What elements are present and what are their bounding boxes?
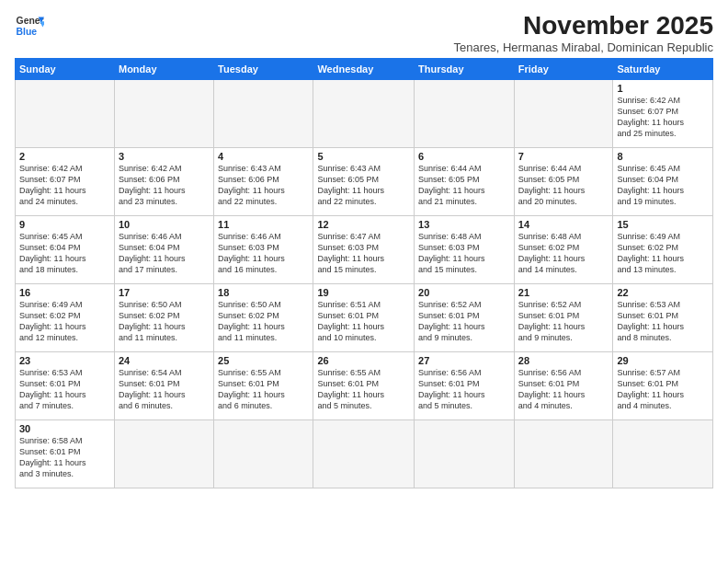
calendar-cell: 19Sunrise: 6:51 AM Sunset: 6:01 PM Dayli…: [313, 284, 415, 352]
calendar-cell: 16Sunrise: 6:49 AM Sunset: 6:02 PM Dayli…: [16, 284, 115, 352]
day-number: 26: [317, 355, 410, 366]
calendar-cell: 23Sunrise: 6:53 AM Sunset: 6:01 PM Dayli…: [16, 352, 115, 420]
calendar-cell: 17Sunrise: 6:50 AM Sunset: 6:02 PM Dayli…: [114, 284, 213, 352]
day-info: Sunrise: 6:57 AM Sunset: 6:01 PM Dayligh…: [617, 367, 709, 412]
day-info: Sunrise: 6:51 AM Sunset: 6:01 PM Dayligh…: [317, 299, 410, 344]
calendar-cell: 24Sunrise: 6:54 AM Sunset: 6:01 PM Dayli…: [114, 352, 213, 420]
day-number: 16: [19, 287, 110, 298]
calendar-cell: 13Sunrise: 6:48 AM Sunset: 6:03 PM Dayli…: [415, 216, 515, 284]
calendar-week-row: 30Sunrise: 6:58 AM Sunset: 6:01 PM Dayli…: [16, 420, 713, 488]
month-title: November 2025: [453, 11, 713, 40]
calendar-cell: [16, 80, 115, 148]
day-info: Sunrise: 6:43 AM Sunset: 6:05 PM Dayligh…: [317, 163, 410, 208]
calendar-cell: 6Sunrise: 6:44 AM Sunset: 6:05 PM Daylig…: [415, 148, 515, 216]
calendar-cell: 10Sunrise: 6:46 AM Sunset: 6:04 PM Dayli…: [114, 216, 213, 284]
day-info: Sunrise: 6:49 AM Sunset: 6:02 PM Dayligh…: [19, 299, 110, 344]
day-number: 10: [119, 219, 210, 230]
day-info: Sunrise: 6:48 AM Sunset: 6:03 PM Dayligh…: [418, 231, 510, 276]
day-info: Sunrise: 6:56 AM Sunset: 6:01 PM Dayligh…: [518, 367, 609, 412]
day-info: Sunrise: 6:52 AM Sunset: 6:01 PM Dayligh…: [418, 299, 510, 344]
calendar-cell: [514, 420, 613, 488]
day-number: 5: [317, 151, 410, 162]
calendar-header-monday: Monday: [114, 59, 213, 80]
calendar-cell: [313, 80, 415, 148]
page: General Blue November 2025 Tenares, Herm…: [0, 0, 728, 496]
day-info: Sunrise: 6:47 AM Sunset: 6:03 PM Dayligh…: [317, 231, 410, 276]
day-number: 3: [119, 151, 210, 162]
day-info: Sunrise: 6:54 AM Sunset: 6:01 PM Dayligh…: [119, 367, 210, 412]
calendar-cell: 4Sunrise: 6:43 AM Sunset: 6:06 PM Daylig…: [214, 148, 313, 216]
calendar-cell: 27Sunrise: 6:56 AM Sunset: 6:01 PM Dayli…: [415, 352, 515, 420]
calendar-header-thursday: Thursday: [415, 59, 515, 80]
day-number: 19: [317, 287, 410, 298]
calendar-cell: [313, 420, 415, 488]
day-info: Sunrise: 6:56 AM Sunset: 6:01 PM Dayligh…: [418, 367, 510, 412]
calendar-cell: 21Sunrise: 6:52 AM Sunset: 6:01 PM Dayli…: [514, 284, 613, 352]
day-info: Sunrise: 6:44 AM Sunset: 6:05 PM Dayligh…: [418, 163, 510, 208]
day-info: Sunrise: 6:49 AM Sunset: 6:02 PM Dayligh…: [617, 231, 709, 276]
day-number: 30: [19, 423, 110, 434]
header: General Blue November 2025 Tenares, Herm…: [15, 11, 713, 54]
calendar-week-row: 23Sunrise: 6:53 AM Sunset: 6:01 PM Dayli…: [16, 352, 713, 420]
day-info: Sunrise: 6:55 AM Sunset: 6:01 PM Dayligh…: [218, 367, 309, 412]
calendar-cell: 18Sunrise: 6:50 AM Sunset: 6:02 PM Dayli…: [214, 284, 313, 352]
day-info: Sunrise: 6:52 AM Sunset: 6:01 PM Dayligh…: [518, 299, 609, 344]
subtitle: Tenares, Hermanas Mirabal, Dominican Rep…: [453, 40, 713, 54]
day-number: 12: [317, 219, 410, 230]
calendar-cell: 25Sunrise: 6:55 AM Sunset: 6:01 PM Dayli…: [214, 352, 313, 420]
day-number: 23: [19, 355, 110, 366]
calendar-cell: 26Sunrise: 6:55 AM Sunset: 6:01 PM Dayli…: [313, 352, 415, 420]
calendar-cell: [114, 80, 213, 148]
logo: General Blue: [15, 11, 44, 40]
day-number: 9: [19, 219, 110, 230]
day-info: Sunrise: 6:43 AM Sunset: 6:06 PM Dayligh…: [218, 163, 309, 208]
day-number: 6: [418, 151, 510, 162]
calendar-cell: 22Sunrise: 6:53 AM Sunset: 6:01 PM Dayli…: [613, 284, 713, 352]
day-number: 17: [119, 287, 210, 298]
calendar-cell: 20Sunrise: 6:52 AM Sunset: 6:01 PM Dayli…: [415, 284, 515, 352]
svg-text:Blue: Blue: [17, 27, 38, 37]
day-info: Sunrise: 6:44 AM Sunset: 6:05 PM Dayligh…: [518, 163, 609, 208]
calendar-week-row: 1Sunrise: 6:42 AM Sunset: 6:07 PM Daylig…: [16, 80, 713, 148]
calendar-header-tuesday: Tuesday: [214, 59, 313, 80]
calendar-cell: [114, 420, 213, 488]
calendar-cell: 8Sunrise: 6:45 AM Sunset: 6:04 PM Daylig…: [613, 148, 713, 216]
calendar-cell: [613, 420, 713, 488]
calendar-week-row: 2Sunrise: 6:42 AM Sunset: 6:07 PM Daylig…: [16, 148, 713, 216]
day-info: Sunrise: 6:53 AM Sunset: 6:01 PM Dayligh…: [19, 367, 110, 412]
day-info: Sunrise: 6:48 AM Sunset: 6:02 PM Dayligh…: [518, 231, 609, 276]
calendar-cell: 5Sunrise: 6:43 AM Sunset: 6:05 PM Daylig…: [313, 148, 415, 216]
day-number: 18: [218, 287, 309, 298]
day-number: 27: [418, 355, 510, 366]
day-number: 13: [418, 219, 510, 230]
day-number: 1: [617, 83, 709, 94]
calendar-cell: 7Sunrise: 6:44 AM Sunset: 6:05 PM Daylig…: [514, 148, 613, 216]
day-number: 22: [617, 287, 709, 298]
day-number: 28: [518, 355, 609, 366]
day-number: 7: [518, 151, 609, 162]
calendar-cell: 11Sunrise: 6:46 AM Sunset: 6:03 PM Dayli…: [214, 216, 313, 284]
calendar-cell: [214, 420, 313, 488]
calendar-week-row: 9Sunrise: 6:45 AM Sunset: 6:04 PM Daylig…: [16, 216, 713, 284]
day-info: Sunrise: 6:42 AM Sunset: 6:07 PM Dayligh…: [617, 95, 709, 140]
day-info: Sunrise: 6:45 AM Sunset: 6:04 PM Dayligh…: [617, 163, 709, 208]
calendar-cell: 3Sunrise: 6:42 AM Sunset: 6:06 PM Daylig…: [114, 148, 213, 216]
calendar-cell: 2Sunrise: 6:42 AM Sunset: 6:07 PM Daylig…: [16, 148, 115, 216]
day-number: 15: [617, 219, 709, 230]
day-info: Sunrise: 6:55 AM Sunset: 6:01 PM Dayligh…: [317, 367, 410, 412]
calendar-cell: 1Sunrise: 6:42 AM Sunset: 6:07 PM Daylig…: [613, 80, 713, 148]
calendar-header-wednesday: Wednesday: [313, 59, 415, 80]
day-number: 20: [418, 287, 510, 298]
calendar-cell: [214, 80, 313, 148]
day-info: Sunrise: 6:50 AM Sunset: 6:02 PM Dayligh…: [218, 299, 309, 344]
calendar-cell: 12Sunrise: 6:47 AM Sunset: 6:03 PM Dayli…: [313, 216, 415, 284]
day-number: 2: [19, 151, 110, 162]
calendar-cell: 29Sunrise: 6:57 AM Sunset: 6:01 PM Dayli…: [613, 352, 713, 420]
day-info: Sunrise: 6:58 AM Sunset: 6:01 PM Dayligh…: [19, 435, 110, 480]
day-number: 21: [518, 287, 609, 298]
calendar-cell: 30Sunrise: 6:58 AM Sunset: 6:01 PM Dayli…: [16, 420, 115, 488]
calendar-cell: [415, 420, 515, 488]
calendar-week-row: 16Sunrise: 6:49 AM Sunset: 6:02 PM Dayli…: [16, 284, 713, 352]
logo-icon: General Blue: [15, 11, 44, 40]
day-info: Sunrise: 6:53 AM Sunset: 6:01 PM Dayligh…: [617, 299, 709, 344]
